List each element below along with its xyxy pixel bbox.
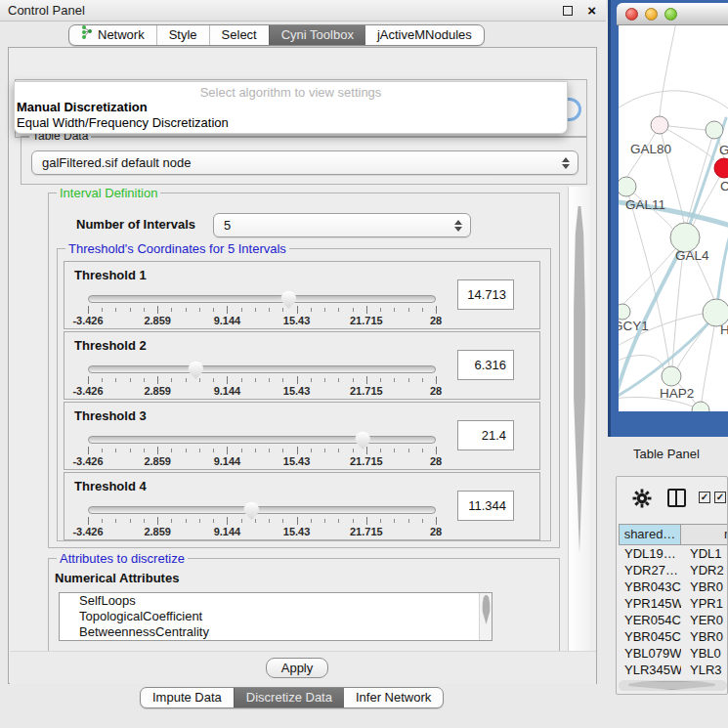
network-node[interactable] [662,366,681,386]
checkbox-column-icon[interactable]: ✓ [699,492,710,503]
tab-cyni-toolbox[interactable]: Cyni Toolbox [269,25,365,45]
scale-label: -3.426 [72,526,103,537]
slider-scale: -3.4262.8599.14415.4321.71528 [88,455,436,467]
numerical-attributes-list[interactable]: SelfLoopsTopologicalCoefficientBetweenne… [59,592,492,641]
tab-discretize-data[interactable]: Discretize Data [234,688,344,707]
table-data-combobox[interactable]: galFiltered.sif default node [31,150,578,175]
scale-label: -3.426 [72,315,103,326]
network-node[interactable] [706,121,723,139]
scrollbar-thumb[interactable] [482,595,491,624]
close-icon[interactable]: × [587,0,596,21]
interval-definition-legend: Interval Definition [57,187,160,200]
cell-shared-name: YBR045C [619,629,681,646]
tab-infer-network[interactable]: Infer Network [344,688,443,707]
threshold-4-row: Threshold 4-3.4262.8599.14415.4321.71528 [64,472,540,540]
zoom-traffic-light-icon[interactable] [664,8,677,21]
slider-track[interactable] [88,295,436,303]
attributes-scrollbar[interactable] [479,593,492,641]
scale-label: 15.43 [283,526,311,537]
tab-label: Discretize Data [246,687,332,708]
slider-track[interactable] [88,436,436,444]
network-canvas[interactable]: GAL80GCGAL11GAL4GCY1HHAP2 [619,25,728,411]
scrollbar-thumb[interactable] [621,681,723,690]
scale-label: 21.715 [350,315,383,326]
attribute-item[interactable]: BetweennessCentrality [60,624,492,640]
attributes-group: Attributes to discretize Numerical Attri… [48,558,560,651]
cell-name: YPR1 [681,596,728,613]
network-window-titlebar[interactable] [617,3,728,25]
cell-shared-name: YPR145W [619,596,681,613]
network-node[interactable] [619,177,636,196]
scale-label: 9.144 [214,455,241,467]
cell-shared-name: YLR345W [619,663,681,679]
minimize-traffic-light-icon[interactable] [645,8,658,21]
slider-scale: -3.4262.8599.14415.4321.71528 [88,526,436,537]
tab-label: Impute Data [152,687,222,708]
panel-vertical-scrollbar[interactable] [568,187,590,651]
attribute-item[interactable]: TopologicalCoefficient [60,609,492,624]
tab-jactivemnodules[interactable]: jActiveMNodules [365,25,484,45]
checkbox-column-icon[interactable]: ✓ [714,492,726,503]
gear-icon[interactable] [632,489,652,512]
slider-track[interactable] [88,365,436,373]
split-columns-icon[interactable] [667,489,686,507]
table-row[interactable]: YDL19…YDL1 [619,546,728,563]
attributes-legend: Attributes to discretize [57,551,188,566]
table-row[interactable]: YLR345WYLR3 [619,663,728,679]
cell-shared-name: YBL079W [619,646,681,663]
threshold-value-input[interactable] [457,420,514,450]
node-label: G [719,143,728,157]
table-row[interactable]: YPR145WYPR1 [619,596,728,613]
dropdown-placeholder: Select algorithm to view settings [15,82,567,100]
scrollbar-thumb[interactable] [573,206,586,553]
slider-scale: -3.4262.8599.14415.4321.71528 [88,385,436,397]
threshold-slider[interactable]: -3.4262.8599.14415.4321.71528 [88,502,436,539]
network-node[interactable] [714,158,728,178]
network-node[interactable] [651,116,668,134]
threshold-value-input[interactable] [457,491,514,521]
threshold-value-input[interactable] [457,279,514,310]
table-panel: ✓ ✓ shared… n YDL19…YDL1YDR27…YDR2YBR043… [616,476,728,695]
column-header-shared[interactable]: shared… [619,525,681,544]
numerical-attributes-label: Numerical Attributes [55,571,179,585]
threshold-1-row: Threshold 1-3.4262.8599.14415.4321.71528 [64,261,540,329]
apply-button[interactable]: Apply [266,658,328,678]
scale-label: 2.859 [144,455,171,467]
tab-label: Select [222,24,257,46]
tab-network[interactable]: Network [69,25,156,45]
float-window-icon[interactable] [563,6,573,16]
table-row[interactable]: YBR043CYBR0 [619,579,728,596]
threshold-slider[interactable]: -3.4262.8599.14415.4321.71528 [88,432,436,469]
tab-select[interactable]: Select [209,25,269,45]
table-row[interactable]: YDR27…YDR2 [619,563,728,579]
column-header-name[interactable]: n [681,525,728,544]
scale-label: 2.859 [144,315,171,326]
tab-style[interactable]: Style [156,25,209,45]
tab-label: jActiveMNodules [377,24,472,46]
table-row[interactable]: YBL079WYBL0 [619,646,728,663]
dropdown-option-equal-width[interactable]: Equal Width/Frequency Discretization [15,115,567,131]
close-traffic-light-icon[interactable] [625,8,638,21]
slider-track[interactable] [88,506,436,514]
number-of-intervals-combobox[interactable]: 5 [213,213,471,237]
threshold-slider[interactable]: -3.4262.8599.14415.4321.71528 [88,291,436,328]
cell-name: YLR3 [681,663,728,679]
threshold-slider[interactable]: -3.4262.8599.14415.4321.71528 [88,362,436,399]
network-node[interactable] [619,304,630,320]
table-horizontal-scrollbar[interactable] [619,680,727,691]
cell-name: YBL0 [681,646,728,663]
tab-impute-data[interactable]: Impute Data [141,688,234,707]
network-graph[interactable]: GAL80GCGAL11GAL4GCY1HHAP2 [619,25,728,411]
table-row[interactable]: YER054CYER0 [619,613,728,629]
scale-label: 15.43 [283,385,311,397]
node-label: H [720,322,728,337]
table-row[interactable]: YBR045CYBR0 [619,629,728,646]
threshold-value-input[interactable] [457,350,514,380]
screen: Control Panel × NetworkStyleSelectCyni T… [0,0,728,728]
network-node[interactable] [692,402,709,411]
node-label: GAL4 [675,248,709,263]
dropdown-option-manual-discretization[interactable]: Manual Discretization [15,100,567,115]
slider-ticks [88,306,437,314]
scale-label: 9.144 [214,315,241,326]
attribute-item[interactable]: SelfLoops [60,593,492,609]
